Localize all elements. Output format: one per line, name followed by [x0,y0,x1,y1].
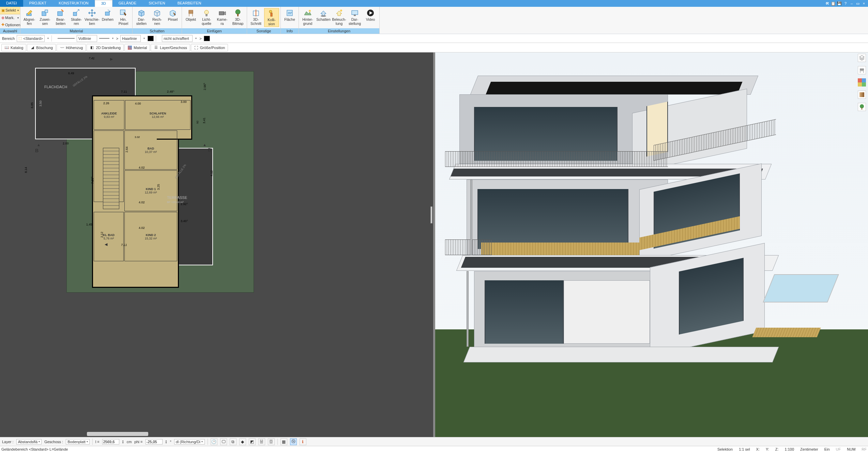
menu-file[interactable]: DATEI [0,0,23,7]
hintergrund-pinsel-button[interactable]: Hin.Pinsel [116,8,131,26]
phi-input[interactable] [146,439,163,445]
info2-button[interactable]: ℹ [300,438,306,445]
layers2-button[interactable]: ☱ [258,438,265,445]
menu-konstruktion[interactable]: KONSTRUKTION [52,0,94,7]
palette-furniture[interactable] [858,66,866,74]
2d-darstellung-button[interactable]: ◧2D Darstellung [87,44,124,51]
slope-icon: ◢ [30,45,35,50]
dropdown-icon[interactable]: ▾ [47,37,49,40]
layer-geschoss-button[interactable]: ☰Layer/Geschoss [151,44,190,51]
2d-scrollbar[interactable] [87,432,148,436]
clipboard-icon[interactable]: 📋 [831,1,836,6]
objekt-button[interactable]: Objekt [183,8,198,22]
color-swatch-1[interactable] [148,36,154,41]
darstellung-button[interactable]: Dar-stellung [347,8,362,26]
greater-icon[interactable]: > [199,36,201,41]
menu-gelaende[interactable]: GELÄNDE [112,0,143,7]
save-icon[interactable]: 💾 [837,1,842,6]
bereich-select[interactable]: ⬚<Standard> [17,35,45,42]
rechnen-button[interactable]: Rech-nen [150,8,165,26]
menu-projekt[interactable]: PROJEKT [23,0,53,7]
poly-button[interactable]: ◆ [239,438,246,445]
collision-icon [268,9,276,17]
svg-rect-2 [45,10,48,13]
length-input[interactable] [102,439,119,445]
3d-view[interactable] [435,52,868,437]
2d-view[interactable]: ANKLEIDE9,83 m² SCHLAFEN12,66 m² FLUR12,… [0,52,433,437]
video-button[interactable]: Video [363,8,378,22]
select-mode-button[interactable]: ▣Selekt▾ [0,7,20,14]
flaeche-button[interactable]: m²Fläche [282,8,297,22]
tool-icon[interactable]: 🛠 [824,1,830,6]
cube-button[interactable]: ◩ [249,438,256,445]
house-3d-model [452,76,812,391]
grid-button[interactable]: ▦ [280,438,287,445]
greater-icon[interactable]: > [116,36,118,41]
haarlinie-select[interactable]: Haarlinie [120,35,141,42]
main-views: ANKLEIDE9,83 m² SCHLAFEN12,66 m² FLUR12,… [0,52,868,437]
3d-schnitt-button[interactable]: 3D-Schnitt [248,8,263,26]
layer-select[interactable]: Abstandsflä▾ [16,439,42,445]
bearbeiten-button[interactable]: Bear-beiten [53,8,68,26]
group-button[interactable]: ⧉ [230,438,237,445]
scale-icon [72,9,80,17]
kollision-button[interactable]: Kolli-sion [264,8,279,27]
material-button[interactable]: Material [124,44,150,51]
hatch-select[interactable]: nicht schraffiert [162,35,193,42]
phi-label: phi = [134,440,142,444]
north-button[interactable]: Ⓝ [290,438,297,445]
ribbon-group-einfuegen: Objekt Licht-quelle Kame-ra 3D-Bitmap Ei… [182,7,247,34]
dim: 2.12 [100,232,104,238]
schatten-settings-button[interactable]: Schatten [316,8,331,22]
help-icon[interactable]: ? [843,1,848,6]
dropdown-icon[interactable]: ▾ [195,37,197,40]
3d-bitmap-button[interactable]: 3D-Bitmap [230,8,245,26]
dim: 2.64 [125,146,128,153]
layers3-button[interactable]: ☲ [268,438,275,445]
palette-colors[interactable] [858,78,866,87]
zuweisen-button[interactable]: Zuwei-sen [37,8,52,26]
dropdown-icon[interactable]: ▾ [143,37,146,40]
restore-icon[interactable]: ▭ [855,1,861,6]
clock-button[interactable]: 🕑 [211,438,217,445]
groesse-position-button[interactable]: ⛶Größe/Position [191,44,228,51]
palette-layers[interactable] [858,54,866,62]
hoehenzug-button[interactable]: 〰Höhenzug [57,44,86,51]
darstellen-button[interactable]: Dar-stellen [134,8,149,26]
geschoss-select[interactable]: Bodenplatt▾ [66,439,90,445]
svg-point-18 [269,10,272,13]
dim: 7.11 [121,243,127,247]
palette-plants[interactable] [858,103,866,111]
palette-materials[interactable] [858,91,866,99]
minimize-icon[interactable]: – [849,1,854,6]
mark-mode-button[interactable]: ⊕Mark.▾ [0,14,20,21]
kamera-button[interactable]: Kame-ra [215,8,230,26]
skalieren-button[interactable]: Skalie-ren [69,8,84,26]
dl-select[interactable]: dl (Richtung/Di▾ [174,439,205,445]
splitter-handle[interactable] [430,206,432,223]
section-mark-left: B [35,148,39,153]
options-button[interactable]: ✚Optionen [0,21,20,28]
menu-3d[interactable]: 3D [95,0,112,7]
dropdown-icon[interactable]: ▾ [111,37,114,40]
pinsel-button[interactable]: Pinsel [165,8,180,22]
katalog-button[interactable]: 📖Katalog [1,44,26,51]
monitor-button[interactable]: 🖵 [220,438,227,445]
close-icon[interactable]: × [861,1,867,6]
material-icon [127,45,132,50]
area-icon: m² [286,9,294,17]
svg-rect-32 [859,92,864,97]
linestyle-select[interactable]: Volllinie [77,35,97,42]
beleuchtung-button[interactable]: Beleuch-tung [332,8,347,26]
hintergrund-button[interactable]: Hinter-grund [300,8,315,26]
dim: 6.49 [68,72,74,75]
drehen-button[interactable]: Drehen [100,8,115,22]
ribbon-group-sonstige: 3D-Schnitt Kolli-sion Sonstige [247,7,281,34]
lichtquelle-button[interactable]: Licht-quelle [199,8,214,26]
verschieben-button[interactable]: Verschie-ben [85,8,100,26]
menu-sichten[interactable]: SICHTEN [142,0,171,7]
abgreifen-button[interactable]: Abgrei-fen [22,8,37,26]
menu-bearbeiten[interactable]: BEARBEITEN [171,0,208,7]
color-swatch-2[interactable] [204,36,210,41]
boeschung-button[interactable]: ◢Böschung [27,44,56,51]
